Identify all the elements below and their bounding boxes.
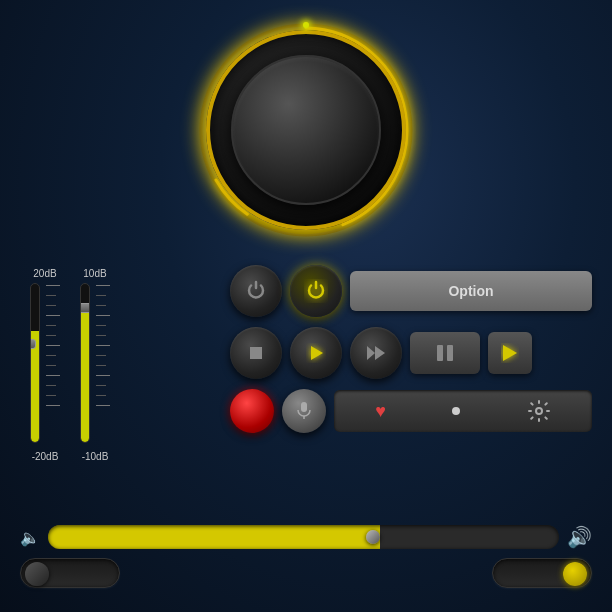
heart-icon: ♥: [375, 401, 386, 422]
fader1-track-area: [30, 283, 60, 443]
dot-indicator: [452, 407, 460, 415]
toggle-row: [20, 558, 592, 588]
toggle1-thumb: [25, 562, 49, 586]
main-knob[interactable]: [196, 20, 416, 240]
svg-marker-7: [503, 345, 517, 361]
fader1-handle[interactable]: [30, 339, 36, 349]
fader-group-1: 20dB: [30, 268, 60, 462]
option-button[interactable]: Option: [350, 271, 592, 311]
option-label: Option: [448, 283, 493, 299]
toggle-switch-1[interactable]: [20, 558, 120, 588]
volume-slider-row: 🔈 🔊: [20, 525, 592, 549]
svg-rect-8: [301, 402, 307, 412]
fader2-top-label: 10dB: [83, 268, 106, 279]
fast-forward-button[interactable]: [350, 327, 402, 379]
volume-slider-thumb[interactable]: [366, 530, 380, 544]
volume-slider[interactable]: [48, 525, 559, 549]
svg-rect-5: [437, 345, 443, 361]
power-on-button[interactable]: [290, 265, 342, 317]
svg-marker-2: [311, 346, 323, 360]
play-rect-button[interactable]: [488, 332, 532, 374]
svg-point-10: [536, 408, 542, 414]
svg-rect-1: [250, 347, 262, 359]
stop-button[interactable]: [230, 327, 282, 379]
svg-marker-4: [375, 346, 385, 360]
mic-button[interactable]: [282, 389, 326, 433]
fader1-top-label: 20dB: [33, 268, 56, 279]
volume-high-icon: 🔊: [567, 525, 592, 549]
pause-button[interactable]: [410, 332, 480, 374]
fader1-bottom-label: -20dB: [32, 451, 59, 462]
fader-group-2: 10dB: [80, 268, 110, 462]
record-button[interactable]: [230, 389, 274, 433]
gear-icon[interactable]: [527, 399, 551, 423]
faders-section: 20dB: [30, 268, 110, 462]
heart-favorites-bar: ♥: [334, 390, 592, 432]
svg-marker-3: [367, 346, 375, 360]
toggle-switch-2[interactable]: [492, 558, 592, 588]
buttons-section: Option: [230, 265, 592, 443]
fader2-bottom-label: -10dB: [82, 451, 109, 462]
play-button[interactable]: [290, 327, 342, 379]
svg-rect-6: [447, 345, 453, 361]
toggle2-thumb: [563, 562, 587, 586]
power-off-button[interactable]: [230, 265, 282, 317]
knob-inner: [231, 55, 381, 205]
knob-ring: [206, 30, 406, 230]
fader2-track-area: [80, 283, 110, 443]
fader2-handle[interactable]: [80, 303, 90, 313]
volume-low-icon: 🔈: [20, 528, 40, 547]
